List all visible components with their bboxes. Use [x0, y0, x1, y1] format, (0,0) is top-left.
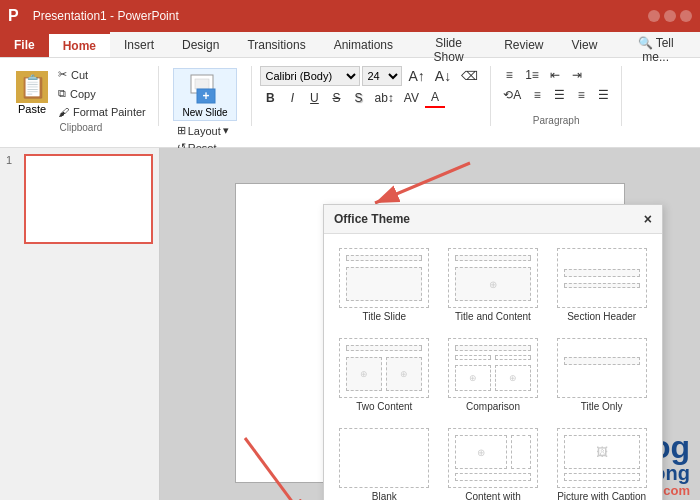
- canvas-area: blog congdong .com: [160, 148, 700, 500]
- ribbon-content: 📋 Paste ✂ Cut ⧉ Copy 🖌 Format Painter: [0, 62, 700, 126]
- layout-thumb-two-content: ⊕ ⊕: [339, 338, 429, 398]
- slide-panel: 1: [0, 148, 160, 500]
- layout-title-only[interactable]: Title Only: [551, 334, 652, 416]
- font-color-button[interactable]: A: [425, 88, 445, 108]
- layout-label-comparison: Comparison: [466, 401, 520, 412]
- layout-title-content[interactable]: ⊕ Title and Content: [443, 244, 544, 326]
- clipboard-group: 📋 Paste ✂ Cut ⧉ Copy 🖌 Format Painter: [4, 66, 159, 126]
- title-bar-left: P Presentation1 - PowerPoint: [8, 7, 179, 25]
- tab-design[interactable]: Design: [168, 32, 233, 57]
- layout-two-content[interactable]: ⊕ ⊕ Two Content: [334, 334, 435, 416]
- font-group: Calibri (Body) 24 A↑ A↓ ⌫ B I U S S ab↕: [252, 66, 491, 126]
- layout-label-title-only: Title Only: [581, 401, 623, 412]
- tab-slideshow[interactable]: Slide Show: [407, 32, 490, 57]
- slide-thumbnail-1[interactable]: 1: [4, 152, 155, 246]
- font-size-up-button[interactable]: A↑: [404, 66, 428, 86]
- new-slide-label: New Slide: [183, 107, 228, 118]
- layout-blank[interactable]: Blank: [334, 424, 435, 500]
- cut-button[interactable]: ✂ Cut: [54, 66, 150, 83]
- slides-group: + New Slide ⊞ Layout ▾ ↺ Reset: [159, 66, 253, 126]
- font-size-select[interactable]: 24: [362, 66, 402, 86]
- layout-thumb-picture-caption: 🖼: [557, 428, 647, 488]
- tab-tell-me[interactable]: 🔍 Tell me...: [611, 32, 700, 57]
- numbering-button[interactable]: 1≡: [521, 66, 543, 84]
- paragraph-group: ≡ 1≡ ⇤ ⇥ ⟲A ≡ ☰ ≡ ☰ Paragraph: [491, 66, 622, 126]
- clear-format-button[interactable]: ⌫: [457, 67, 482, 85]
- font-size-down-button[interactable]: A↓: [431, 66, 455, 86]
- bold-button[interactable]: B: [260, 89, 280, 107]
- close-icon[interactable]: ×: [644, 211, 652, 227]
- ribbon-tabs: File Home Insert Design Transitions Anim…: [0, 32, 700, 58]
- font-row1: Calibri (Body) 24 A↑ A↓ ⌫: [260, 66, 482, 86]
- copy-label: Copy: [70, 88, 96, 100]
- strikethrough-button[interactable]: S: [326, 89, 346, 107]
- layout-label-two-content: Two Content: [356, 401, 412, 412]
- bullets-button[interactable]: ≡: [499, 66, 519, 84]
- underline-button[interactable]: U: [304, 89, 324, 107]
- layout-label-picture-caption: Picture with Caption: [557, 491, 646, 500]
- layout-comparison[interactable]: ⊕ ⊕ Comparison: [443, 334, 544, 416]
- spacing-button[interactable]: ab↕: [370, 89, 397, 107]
- layout-thumb-content-caption: ⊕: [448, 428, 538, 488]
- format-painter-label: Format Painter: [73, 106, 146, 118]
- new-slide-button[interactable]: + New Slide: [173, 68, 238, 121]
- tab-animations[interactable]: Animations: [320, 32, 407, 57]
- layout-icon: ⊞: [177, 124, 186, 137]
- layout-thumb-title-content: ⊕: [448, 248, 538, 308]
- text-direction-button[interactable]: ⟲A: [499, 86, 525, 104]
- layout-label-title-slide: Title Slide: [363, 311, 407, 322]
- ribbon: 📋 Paste ✂ Cut ⧉ Copy 🖌 Format Painter: [0, 58, 700, 148]
- layout-button[interactable]: ⊞ Layout ▾: [173, 123, 238, 138]
- layout-thumb-title-slide: [339, 248, 429, 308]
- layout-thumb-blank: [339, 428, 429, 488]
- app-logo: P: [8, 7, 19, 25]
- window-controls: [648, 10, 692, 22]
- tab-file[interactable]: File: [0, 32, 49, 57]
- decrease-indent-button[interactable]: ⇤: [545, 66, 565, 84]
- tab-insert[interactable]: Insert: [110, 32, 168, 57]
- font-family-select[interactable]: Calibri (Body): [260, 66, 360, 86]
- paste-button[interactable]: 📋 Paste: [12, 69, 52, 117]
- layout-thumb-title-only: [557, 338, 647, 398]
- shadow-button[interactable]: S: [348, 89, 368, 107]
- main-area: 1 blog congdong .com: [0, 148, 700, 500]
- tab-transitions[interactable]: Transitions: [233, 32, 319, 57]
- char-spacing-button[interactable]: AV: [400, 89, 423, 107]
- font-row2: B I U S S ab↕ AV A: [260, 88, 444, 108]
- layout-grid: Title Slide ⊕ Title and Content: [324, 234, 662, 500]
- format-painter-button[interactable]: 🖌 Format Painter: [54, 104, 150, 120]
- title-bar: P Presentation1 - PowerPoint: [0, 0, 700, 32]
- increase-indent-button[interactable]: ⇥: [567, 66, 587, 84]
- tab-home[interactable]: Home: [49, 32, 110, 57]
- clipboard-label: Clipboard: [59, 122, 102, 133]
- layout-content-caption[interactable]: ⊕ Content with Caption: [443, 424, 544, 500]
- layout-title-slide[interactable]: Title Slide: [334, 244, 435, 326]
- layout-thumb-section-header: [557, 248, 647, 308]
- italic-button[interactable]: I: [282, 89, 302, 107]
- copy-button[interactable]: ⧉ Copy: [54, 85, 150, 102]
- paragraph-label: Paragraph: [533, 115, 580, 126]
- com-text: .com: [660, 483, 690, 498]
- align-center-button[interactable]: ☰: [549, 86, 569, 104]
- layout-thumb-comparison: ⊕ ⊕: [448, 338, 538, 398]
- svg-rect-1: [195, 79, 209, 89]
- paste-icon: 📋: [16, 71, 48, 103]
- cut-label: Cut: [71, 69, 88, 81]
- para-row1: ≡ 1≡ ⇤ ⇥: [499, 66, 587, 84]
- justify-button[interactable]: ☰: [593, 86, 613, 104]
- document-title: Presentation1 - PowerPoint: [33, 9, 179, 23]
- svg-text:+: +: [203, 89, 210, 103]
- dropdown-title: Office Theme: [334, 212, 410, 226]
- layout-label-blank: Blank: [372, 491, 397, 500]
- layout-label-title-content: Title and Content: [455, 311, 531, 322]
- tab-view[interactable]: View: [558, 32, 612, 57]
- font-items: Calibri (Body) 24 A↑ A↓ ⌫ B I U S S ab↕: [260, 66, 482, 126]
- para-row2: ⟲A ≡ ☰ ≡ ☰: [499, 86, 613, 104]
- dropdown-header: Office Theme ×: [324, 205, 662, 234]
- align-right-button[interactable]: ≡: [571, 86, 591, 104]
- clipboard-small-btns: ✂ Cut ⧉ Copy 🖌 Format Painter: [54, 66, 150, 120]
- layout-picture-caption[interactable]: 🖼 Picture with Caption: [551, 424, 652, 500]
- layout-section-header[interactable]: Section Header: [551, 244, 652, 326]
- align-left-button[interactable]: ≡: [527, 86, 547, 104]
- tab-review[interactable]: Review: [490, 32, 557, 57]
